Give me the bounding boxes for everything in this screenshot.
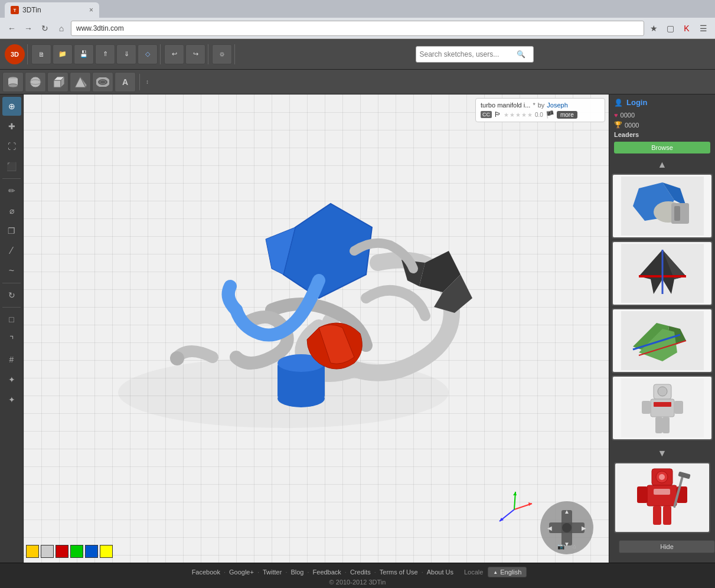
torus-button[interactable] — [92, 72, 113, 92]
featured-thumbnail[interactable] — [614, 462, 710, 533]
svg-rect-61 — [663, 506, 671, 525]
tool-solid[interactable]: ⬛ — [2, 157, 21, 176]
color-swatch-yellow[interactable] — [26, 545, 39, 558]
canvas-area[interactable]: turbo manifold i... * by Joseph CC 🏳 ★ ★… — [24, 94, 609, 563]
app-logo[interactable]: 3D — [5, 44, 25, 64]
home-button[interactable]: ⌂ — [54, 21, 68, 35]
bookmark-button[interactable]: ★ — [647, 21, 661, 35]
tool-sculpt[interactable]: ∕ — [2, 241, 21, 260]
forward-button[interactable]: → — [21, 21, 35, 35]
svg-point-47 — [658, 387, 667, 396]
browser-nav-bar: ← → ↻ ⌂ www.3dtin.com ★ ▢ K ☰ — [0, 18, 715, 39]
divider-2 — [2, 283, 21, 283]
kaspersky-button[interactable]: K — [680, 21, 694, 35]
star-rating: ★ ★ ★ ★ ★ — [504, 112, 533, 118]
tab-favicon: T — [11, 6, 19, 14]
text-button[interactable]: A — [115, 72, 136, 92]
tool-layer[interactable]: □ — [2, 310, 21, 329]
footer-link-twitter[interactable]: Twitter — [259, 569, 285, 576]
model-svg — [94, 130, 478, 455]
footer-link-credits[interactable]: Credits — [347, 569, 374, 576]
browse-button[interactable]: Browse — [614, 142, 710, 153]
footer-link-feedback[interactable]: Feedback — [309, 569, 345, 576]
menu-button[interactable]: ☰ — [696, 21, 710, 35]
leaders-row: Leaders — [609, 130, 715, 139]
sphere-button[interactable] — [25, 72, 46, 92]
new-button[interactable]: 🗎 — [31, 44, 51, 64]
svg-point-13 — [170, 351, 184, 365]
star-value: 0.0 — [535, 112, 543, 118]
search-icon[interactable]: 🔍 — [517, 50, 525, 58]
redo-button[interactable]: ↪ — [185, 44, 205, 64]
tool-select[interactable]: ⊕ — [2, 97, 21, 116]
sketch-meta-row: CC 🏳 ★ ★ ★ ★ ★ 0.0 🏴 more — [481, 110, 600, 119]
thumbnail-item-3[interactable] — [612, 308, 713, 373]
cube-button[interactable] — [47, 72, 68, 92]
nav-control[interactable]: ▲ ▼ ◀ ▶ 📷 ⌂ — [540, 501, 593, 554]
language-button[interactable]: English — [488, 567, 527, 577]
more-button[interactable]: more — [557, 111, 577, 119]
hide-button[interactable]: Hide — [619, 540, 715, 553]
undo-button[interactable]: ↩ — [164, 44, 184, 64]
footer-link-about[interactable]: About Us — [423, 569, 457, 576]
divider-1 — [2, 178, 21, 179]
login-link[interactable]: Login — [626, 98, 647, 107]
hearts-row: ♥ 0000 — [609, 110, 715, 120]
tool-grid[interactable]: # — [2, 350, 21, 369]
back-button[interactable]: ← — [5, 21, 19, 35]
footer-links-row: Facebook · Google+ · Twitter · Blog · Fe… — [0, 567, 715, 577]
export-button[interactable]: ⇓ — [116, 44, 136, 64]
footer-link-terms[interactable]: Terms of Use — [376, 569, 422, 576]
hide-button-row: Hide — [609, 535, 715, 563]
tool-select-rect[interactable]: ❐ — [2, 221, 21, 240]
address-bar[interactable]: www.3dtin.com — [71, 21, 644, 36]
footer-link-facebook[interactable]: Facebook — [188, 569, 224, 576]
tool-smooth[interactable]: ~ — [2, 262, 21, 280]
tool-move[interactable]: ✚ — [2, 117, 21, 136]
share2-button[interactable]: ◇ — [138, 44, 158, 64]
search-input[interactable] — [420, 50, 514, 58]
save-button[interactable]: 💾 — [74, 44, 94, 64]
thumbnail-item-4[interactable] — [612, 375, 713, 440]
thumbnail-item-1[interactable] — [612, 174, 713, 239]
color-swatch-lightyellow[interactable] — [100, 545, 113, 558]
settings-button[interactable]: ⛭ — [212, 44, 232, 64]
heart-icon: ♥ — [614, 112, 618, 119]
tool-group[interactable]: ⛶ — [2, 137, 21, 156]
camera-icon[interactable]: 📷 — [557, 543, 564, 550]
extensions-button[interactable]: ▢ — [663, 21, 677, 35]
color-swatch-gray[interactable] — [41, 545, 54, 558]
panel-nav-up[interactable]: ▲ — [609, 158, 715, 171]
color-swatch-green[interactable] — [70, 545, 83, 558]
score-row: 🏆 0000 — [609, 120, 715, 130]
panel-nav-down[interactable]: ▼ — [609, 447, 715, 460]
svg-rect-5 — [54, 80, 61, 87]
reload-button[interactable]: ↻ — [38, 21, 52, 35]
tab-close[interactable]: × — [89, 6, 93, 14]
app-container: 3D 🗎 📁 💾 ⇑ ⇓ ◇ ↩ ↪ ⛭ 🔍 — [0, 39, 715, 588]
open-button[interactable]: 📁 — [53, 44, 73, 64]
footer-link-blog[interactable]: Blog — [287, 569, 307, 576]
footer-link-googleplus[interactable]: Google+ — [226, 569, 257, 576]
search-section: 🔍 — [236, 46, 713, 63]
cc-badge: CC — [481, 111, 492, 118]
tool-brush[interactable]: ⌀ — [2, 201, 21, 220]
pyramid-button[interactable] — [70, 72, 91, 92]
tool-magnet[interactable]: ⌝ — [2, 330, 21, 349]
footer: Facebook · Google+ · Twitter · Blog · Fe… — [0, 563, 715, 588]
thumbnail-item-2[interactable] — [612, 241, 713, 306]
tab-title: 3DTin — [22, 6, 41, 14]
import-button[interactable]: ⇑ — [95, 44, 115, 64]
tool-rotate[interactable]: ↻ — [2, 286, 21, 305]
color-swatch-blue[interactable] — [85, 545, 98, 558]
tool-pencil[interactable]: ✏ — [2, 181, 21, 200]
login-section: 👤 Login — [609, 94, 715, 110]
color-swatch-red[interactable] — [55, 545, 68, 558]
home-icon[interactable]: ⌂ — [573, 543, 576, 550]
active-tab[interactable]: T 3DTin × — [5, 2, 99, 18]
cylinder-button[interactable] — [2, 72, 24, 92]
svg-rect-49 — [642, 401, 651, 414]
trophy-icon: 🏆 — [614, 121, 622, 129]
tool-share[interactable]: ✦ — [2, 390, 21, 409]
tool-light[interactable]: ✦ — [2, 370, 21, 389]
